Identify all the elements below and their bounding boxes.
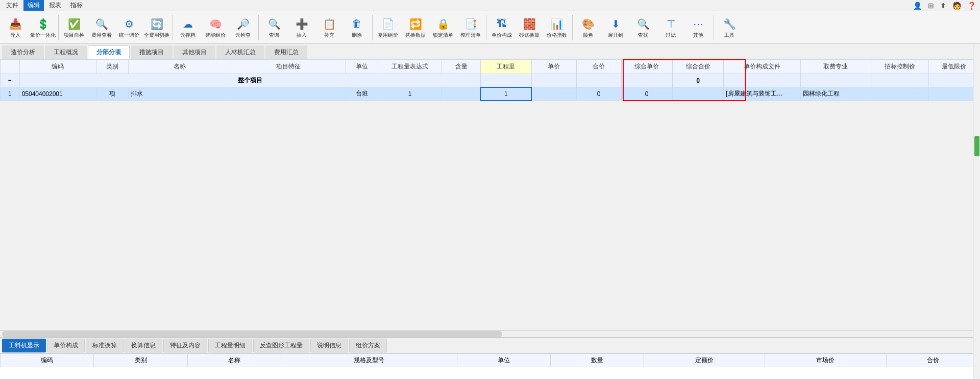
col-comp-unit: 综合单价 (621, 60, 672, 74)
color-button[interactable]: 🎨 颜色 (575, 13, 601, 42)
unit-compose-label: 单价构成 (492, 32, 512, 38)
btcol-market-price: 市场价 (765, 354, 886, 367)
search-icon: 🔍 (636, 17, 650, 31)
tab-manpower-summary[interactable]: 人材机汇总 (216, 45, 264, 59)
filter-icon: ⊤ (664, 17, 678, 31)
tab-project-overview[interactable]: 工程概况 (45, 45, 87, 59)
replace-data-button[interactable]: 🔁 替换数据 (402, 13, 429, 42)
all-fee-switch-icon: 🔄 (150, 17, 164, 31)
copy-quote-label: 复用组价 (378, 32, 398, 38)
grid-icon[interactable]: ⊞ (926, 1, 936, 11)
col-qty: 含量 (442, 60, 480, 74)
table-row[interactable]: 1 050404002001 项 排水 台班 1 1 0 0 (1, 87, 980, 101)
delete-button[interactable]: 🗑 删除 (344, 13, 370, 42)
price-index-button[interactable]: 📊 价格指数 (544, 13, 570, 42)
bottom-tab-quote-plan[interactable]: 组价方案 (349, 339, 387, 352)
row-amount[interactable]: 1 (480, 87, 531, 101)
tools-button[interactable]: 🔧 工具 (716, 13, 743, 42)
fee-review-label: 费用查看 (91, 32, 112, 38)
help-icon[interactable]: ❓ (965, 1, 978, 11)
group-label: 整个项目 (19, 74, 480, 87)
horizontal-scrollbar[interactable] (2, 331, 502, 337)
row-code: 050404002001 (19, 87, 96, 101)
price-unity-button[interactable]: 💲 量价一体化 (30, 13, 56, 42)
data-table: 编码 类别 名称 项目特征 单位 工程量表达式 含量 工程里 单价 合价 综合单… (0, 59, 980, 101)
other-button[interactable]: ⋯ 其他 (685, 13, 712, 42)
import-button[interactable]: 📥 导入 (2, 13, 29, 42)
user-icon[interactable]: 👤 (911, 1, 924, 11)
expand-to-icon: ⬇ (608, 17, 623, 31)
bottom-tab-feature-content[interactable]: 特征及内容 (163, 339, 207, 352)
sort-list-button[interactable]: 📑 整理清单 (457, 13, 484, 42)
supplement-label: 补充 (324, 32, 334, 38)
smart-quote-button[interactable]: 🧠 智能组价 (202, 13, 229, 42)
fee-review-button[interactable]: 🔍 费用查看 (88, 13, 115, 42)
group-comp-total: 0 (672, 74, 723, 87)
tab-measures[interactable]: 措施项目 (131, 45, 173, 59)
bottom-tab-reverse-check[interactable]: 反查图形工程量 (253, 339, 309, 352)
copy-quote-button[interactable]: 📄 复用组价 (375, 13, 401, 42)
btcol-quota-price: 定额价 (644, 354, 765, 367)
query-button[interactable]: 🔍 查询 (261, 13, 287, 42)
tab-parts[interactable]: 分部分项 (88, 45, 130, 59)
cloud-save-button[interactable]: ☁ 云存档 (175, 13, 201, 42)
supplement-button[interactable]: 📋 补充 (316, 13, 342, 42)
lock-list-label: 锁定清单 (433, 32, 453, 38)
tab-cost-analysis[interactable]: 造价分析 (2, 45, 44, 59)
main-tabs-row: 造价分析 工程概况 分部分项 措施项目 其他项目 人材机汇总 费用汇总 (0, 44, 980, 59)
row-unit-price (531, 87, 576, 101)
replace-data-label: 替换数据 (405, 32, 426, 38)
insert-button[interactable]: ➕ 插入 (288, 13, 315, 42)
menu-file[interactable]: 文件 (2, 0, 22, 11)
person-icon[interactable]: 🧑 (950, 1, 963, 11)
row-seq: 1 (1, 87, 20, 101)
self-check-button[interactable]: ✅ 项目自检 (61, 13, 87, 42)
group-fee-type (800, 74, 871, 87)
bottom-tabs-row: 工料机显示 单价构成 标准换算 换算信息 特征及内容 工程量明细 反查图形工程量… (0, 338, 980, 353)
group-bid-ctrl (871, 74, 928, 87)
menu-indicator[interactable]: 指标 (66, 0, 87, 11)
mortar-calc-button[interactable]: 🧱 砂浆换算 (516, 13, 543, 42)
all-fee-switch-button[interactable]: 🔄 全费用切换 (143, 13, 170, 42)
search-button[interactable]: 🔍 查找 (630, 13, 656, 42)
col-seq (1, 60, 20, 74)
filter-button[interactable]: ⊤ 过滤 (657, 13, 684, 42)
expand-to-button[interactable]: ⬇ 展开到 (602, 13, 629, 42)
unified-adjust-button[interactable]: ⚙ 统一调价 (116, 13, 142, 42)
bottom-content: 编码 类别 名称 规格及型号 单位 数量 定额价 市场价 合价 (0, 353, 980, 379)
group-expand[interactable]: － (1, 74, 20, 87)
table-wrapper[interactable]: 编码 类别 名称 项目特征 单位 工程量表达式 含量 工程里 单价 合价 综合单… (0, 59, 980, 330)
row-feature (231, 87, 346, 101)
unit-compose-button[interactable]: 🏗 单价构成 (488, 13, 515, 42)
price-unity-icon: 💲 (36, 17, 50, 31)
mortar-calc-icon: 🧱 (522, 17, 536, 31)
menu-report[interactable]: 报表 (45, 0, 65, 11)
bottom-tab-unit-compose[interactable]: 单价构成 (47, 339, 85, 352)
bottom-tab-desc[interactable]: 说明信息 (310, 339, 348, 352)
mortar-calc-label: 砂浆换算 (519, 32, 540, 38)
right-scroll-bar[interactable] (973, 44, 980, 379)
color-label: 颜色 (583, 32, 593, 38)
tab-fee-summary[interactable]: 费用汇总 (265, 45, 307, 59)
btcol-unit: 单位 (457, 354, 550, 367)
btcol-qty: 数量 (550, 354, 644, 367)
bottom-tab-convert-info[interactable]: 换算信息 (125, 339, 162, 352)
arrow-up-icon[interactable]: ⬆ (938, 1, 948, 11)
bottom-tab-resources[interactable]: 工料机显示 (2, 339, 46, 352)
menu-edit[interactable]: 编辑 (23, 0, 44, 11)
col-code: 编码 (19, 60, 96, 74)
row-min-limit (928, 87, 979, 101)
row-fee-type: 园林绿化工程 (800, 87, 871, 101)
horizontal-scroll-area[interactable] (0, 330, 980, 338)
cloud-check-button[interactable]: 🔎 云检查 (230, 13, 256, 42)
lock-list-button[interactable]: 🔒 锁定清单 (430, 13, 456, 42)
tab-other-items[interactable]: 其他项目 (174, 45, 215, 59)
bottom-tab-std-convert[interactable]: 标准换算 (86, 339, 124, 352)
btcol-type: 类别 (94, 354, 187, 367)
v-scroll-thumb[interactable] (974, 136, 979, 156)
sep6 (572, 15, 573, 40)
group-amount (480, 74, 531, 87)
self-check-label: 项目自检 (64, 32, 84, 38)
row-compose-file: [房屋建筑与装饰工… (724, 87, 801, 101)
bottom-tab-qty-detail[interactable]: 工程量明细 (208, 339, 252, 352)
